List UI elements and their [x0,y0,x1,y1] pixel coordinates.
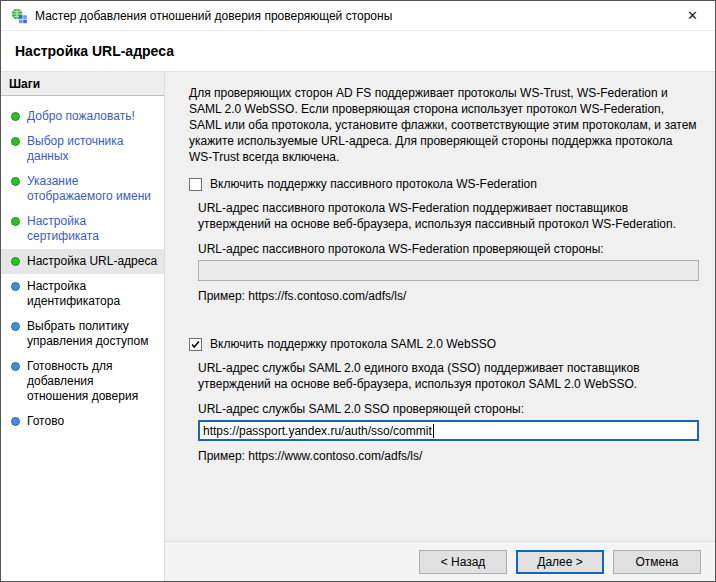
sidebar-step-finish: Готово [1,409,164,434]
sidebar-step-identifier: Настройка идентификатора [1,274,164,314]
content-pane: Для проверяющих сторон AD FS поддерживае… [165,72,715,541]
saml-checkbox-label: Включить поддержку протокола SAML 2.0 We… [210,337,496,352]
completed-step-icon [11,217,20,226]
saml-checkbox-row[interactable]: Включить поддержку протокола SAML 2.0 We… [189,337,699,352]
close-button[interactable]: ✕ [670,1,715,30]
intro-text: Для проверяющих сторон AD FS поддерживае… [189,85,699,165]
back-button[interactable]: < Назад [419,550,507,574]
footer-button-bar: < Назад Далее > Отмена [165,541,715,581]
upcoming-step-icon [11,362,20,371]
sidebar-step-access-policy: Выбрать политику управления доступом [1,314,164,354]
adfs-wizard-icon [11,8,27,24]
sidebar-step-certificate[interactable]: Настройка сертификата [1,209,164,249]
saml-description: URL-адрес службы SAML 2.0 единого входа … [198,360,699,392]
saml-sso-url-label: URL-адрес службы SAML 2.0 SSO проверяюще… [198,402,699,416]
close-icon: ✕ [687,8,698,23]
wsfed-section: Включить поддержку пассивного протокола … [189,177,699,303]
saml-sso-url-value: https://passport.yandex.ru/auth/sso/comm… [203,424,432,438]
page-title: Настройка URL-адреса [15,43,174,59]
wizard-window: Мастер добавления отношений доверия пров… [0,0,716,582]
saml-sso-url-input[interactable]: https://passport.yandex.ru/auth/sso/comm… [198,420,699,441]
steps-list: Добро пожаловать! Выбор источника данных… [1,96,164,442]
saml-checkbox[interactable] [189,338,202,351]
page-header: Настройка URL-адреса [1,31,715,72]
sidebar-step-display-name[interactable]: Указание отображаемого имени [1,169,164,209]
saml-example-text: Пример: https://www.contoso.com/adfs/ls/ [198,449,699,463]
steps-sidebar-header: Шаги [1,72,164,96]
wsfed-checkbox-label: Включить поддержку пассивного протокола … [210,177,537,192]
completed-step-icon [11,177,20,186]
content-column: Для проверяющих сторон AD FS поддерживае… [165,72,715,581]
text-caret [433,424,434,438]
upcoming-step-icon [11,322,20,331]
sidebar-step-ready-to-add: Готовность для добавления отношения дове… [1,354,164,409]
cancel-button[interactable]: Отмена [613,550,701,574]
saml-section: Включить поддержку протокола SAML 2.0 We… [189,337,699,463]
wsfed-checkbox-row[interactable]: Включить поддержку пассивного протокола … [189,177,699,192]
upcoming-step-icon [11,282,20,291]
next-button[interactable]: Далее > [516,550,604,574]
sidebar-step-configure-url[interactable]: Настройка URL-адреса [1,249,164,274]
upcoming-step-icon [11,417,20,426]
sidebar-step-welcome[interactable]: Добро пожаловать! [1,104,164,129]
steps-sidebar: Шаги Добро пожаловать! Выбор источника д… [1,72,165,581]
main-area: Шаги Добро пожаловать! Выбор источника д… [1,72,715,581]
window-title: Мастер добавления отношений доверия пров… [35,9,392,23]
wsfed-url-label: URL-адрес пассивного протокола WS-Federa… [198,242,699,256]
wsfed-example-text: Пример: https://fs.contoso.com/adfs/ls/ [198,289,699,303]
current-step-icon [11,257,20,266]
title-bar: Мастер добавления отношений доверия пров… [1,1,715,31]
completed-step-icon [11,112,20,121]
sidebar-step-data-source[interactable]: Выбор источника данных [1,129,164,169]
wsfed-url-input[interactable] [198,260,699,281]
wsfed-description: URL-адрес пассивного протокола WS-Federa… [198,200,699,232]
completed-step-icon [11,137,20,146]
wsfed-checkbox[interactable] [189,178,202,191]
